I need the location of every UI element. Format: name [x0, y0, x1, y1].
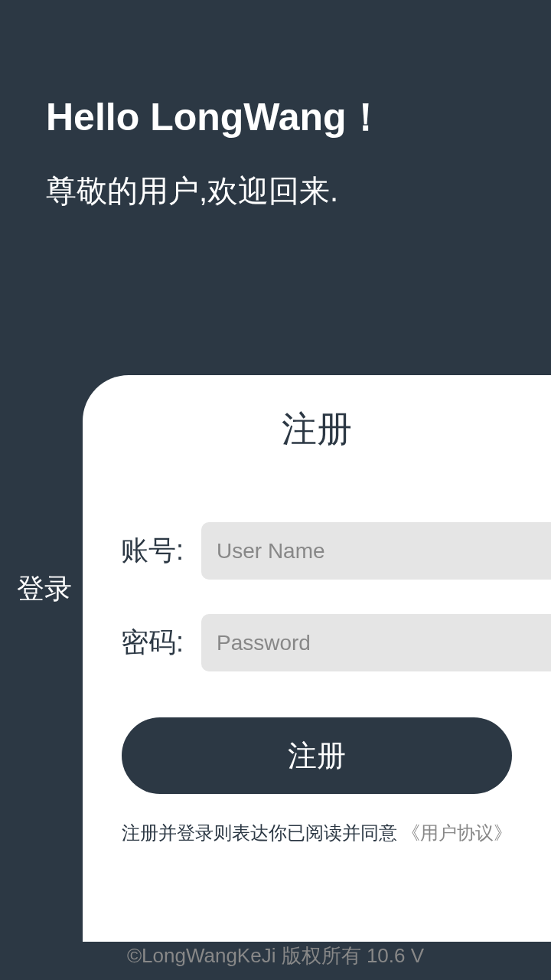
username-input[interactable] [201, 522, 551, 580]
header: Hello LongWang！ 尊敬的用户,欢迎回来. [0, 0, 551, 212]
footer-copyright: ©LongWangKeJi 版权所有 10.6 V [0, 942, 551, 969]
username-label: 账号: [121, 532, 201, 570]
password-input[interactable] [201, 614, 551, 671]
welcome-subtitle: 尊敬的用户,欢迎回来. [46, 170, 505, 212]
password-label: 密码: [121, 624, 201, 662]
tab-login[interactable]: 登录 [17, 570, 72, 608]
password-row: 密码: [83, 614, 551, 671]
register-button[interactable]: 注册 [122, 717, 512, 794]
agreement-prefix: 注册并登录则表达你已阅读并同意 [122, 822, 397, 843]
register-card: 注册 账号: 密码: 注册 注册并登录则表达你已阅读并同意 《用户协议》 [83, 375, 551, 942]
agreement-text: 注册并登录则表达你已阅读并同意 《用户协议》 [83, 821, 551, 845]
tab-register[interactable]: 注册 [83, 406, 551, 453]
user-agreement-link[interactable]: 《用户协议》 [402, 822, 512, 843]
greeting-title: Hello LongWang！ [46, 92, 505, 143]
username-row: 账号: [83, 522, 551, 580]
